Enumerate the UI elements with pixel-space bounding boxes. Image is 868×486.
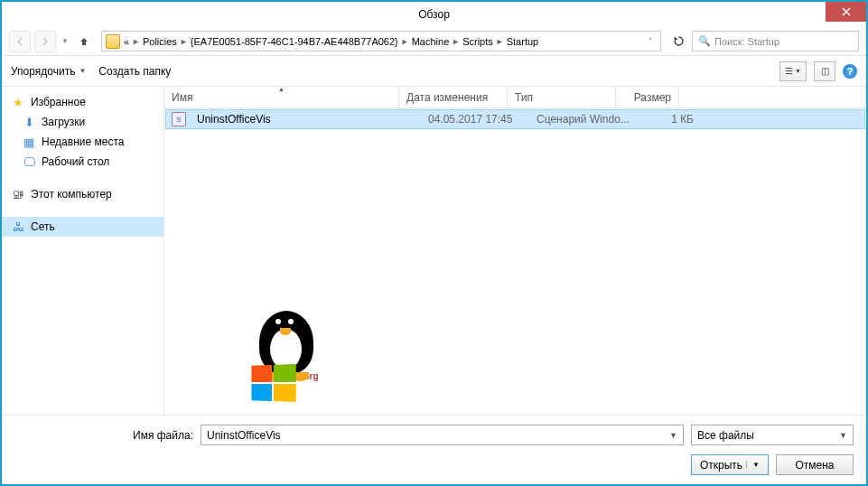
cancel-label: Отмена [795,459,834,472]
breadcrumb-prefix: « [124,36,129,47]
back-button[interactable] [9,31,31,52]
desktop-label: Рабочий стол [42,155,109,168]
arrow-right-icon [41,37,50,46]
penguin-icon [250,297,322,379]
file-date: 04.05.2017 17:45 [421,113,529,126]
up-button[interactable] [74,32,94,51]
refresh-icon [673,35,685,47]
computer-group: 🖳 Этот компьютер [2,184,163,204]
cancel-button[interactable]: Отмена [776,454,854,475]
col-name-label: Имя [172,91,192,104]
close-icon [842,7,851,16]
arrow-up-icon [79,36,89,47]
recent-dropdown[interactable]: ▼ [61,37,69,45]
breadcrumb-sep: ► [496,37,504,46]
organize-menu[interactable]: Упорядочить ▼ [11,65,86,78]
file-type-filter[interactable]: Все файлы ▼ [691,425,854,445]
watermark-text: pyatilistnik.org [219,371,354,381]
file-type: Сценарий Windo... [529,113,638,126]
filename-value: UninstOfficeVis [207,429,281,442]
breadcrumb-sep: ► [132,37,140,46]
refresh-button[interactable] [668,32,688,51]
network-icon: 🖧 [11,220,25,234]
star-icon: ★ [11,95,25,109]
sidebar-favorites[interactable]: ★ Избранное [2,92,163,112]
recent-icon: ▦ [22,135,36,149]
col-type-label: Тип [515,91,533,104]
search-input[interactable]: 🔍 Поиск: Startup [692,31,859,51]
breadcrumb-item[interactable]: {EA7E0051-85F7-46C1-94B7-AE448B77A062} [191,36,398,47]
breadcrumb-dropdown[interactable]: ˅ [644,32,657,51]
organize-label: Упорядочить [11,65,75,78]
new-folder-button[interactable]: Создать папку [98,65,171,78]
sidebar-computer[interactable]: 🖳 Этот компьютер [2,184,163,204]
breadcrumb-sep: ► [401,37,409,46]
filename-input[interactable]: UninstOfficeVis ▼ [201,425,684,445]
breadcrumb-item[interactable]: Startup [507,36,538,47]
column-date[interactable]: Дата изменения [399,87,508,107]
file-name: UninstOfficeVis [190,113,421,126]
desktop-icon: 🖵 [22,154,36,169]
script-file-icon: S [172,112,186,126]
breadcrumb-sep: ► [180,37,188,46]
breadcrumb-sep: ► [452,37,460,46]
folder-icon [106,34,120,49]
column-name[interactable]: ▲ Имя [164,87,399,107]
titlebar: Обзор [2,2,866,27]
list-icon: ☰ [785,66,793,76]
sidebar-desktop[interactable]: 🖵 Рабочий стол [2,152,163,172]
column-type[interactable]: Тип [508,87,616,107]
toolbar: Упорядочить ▼ Создать папку ☰▼ ◫ ? [2,56,866,87]
newfolder-label: Создать папку [98,65,171,78]
main-area: ★ Избранное ⬇ Загрузки ▦ Недавние места … [2,87,866,415]
sidebar-recent[interactable]: ▦ Недавние места [2,132,163,152]
chevron-down-icon: ▼ [839,431,847,440]
column-size[interactable]: Размер [616,87,679,107]
breadcrumb-item[interactable]: Policies [143,36,177,47]
breadcrumb-item[interactable]: Machine [412,36,450,47]
search-placeholder: Поиск: Startup [714,36,779,47]
breadcrumb[interactable]: « ► Policies ► {EA7E0051-85F7-46C1-94B7-… [101,31,661,51]
help-button[interactable]: ? [843,64,857,79]
view-mode-button[interactable]: ☰▼ [779,61,807,81]
preview-icon: ◫ [821,66,829,76]
file-row[interactable]: S UninstOfficeVis 04.05.2017 17:45 Сцена… [165,109,865,129]
downloads-label: Загрузки [42,116,85,128]
network-label: Сеть [31,220,55,233]
windows-logo-icon [251,364,295,402]
forward-button[interactable] [34,31,56,52]
footer-buttons: Открыть ▼ Отмена [14,454,854,475]
dialog-footer: Имя файла: UninstOfficeVis ▼ Все файлы ▼… [2,415,866,484]
chevron-down-icon: ▼ [795,68,801,74]
sort-asc-icon: ▲ [278,86,285,92]
favorites-group: ★ Избранное ⬇ Загрузки ▦ Недавние места … [2,92,163,172]
file-dialog-window: Обзор ▼ « ► Policies ► {EA7E0051-85F7-46… [0,0,868,486]
computer-label: Этот компьютер [31,188,112,201]
toolbar-right: ☰▼ ◫ ? [779,61,857,81]
chevron-down-icon: ▼ [79,67,86,75]
sidebar-downloads[interactable]: ⬇ Загрузки [2,112,163,132]
preview-pane-button[interactable]: ◫ [814,61,835,81]
network-group: 🖧 Сеть [2,217,163,237]
file-list-area: ▲ Имя Дата изменения Тип Размер S Uninst… [164,87,866,415]
filename-label: Имя файла: [133,429,193,442]
open-button[interactable]: Открыть ▼ [691,454,769,475]
download-icon: ⬇ [22,115,36,129]
open-label: Открыть [700,459,742,472]
window-title: Обзор [418,8,450,21]
close-button[interactable] [826,2,866,22]
nav-bar: ▼ « ► Policies ► {EA7E0051-85F7-46C1-94B… [2,27,866,56]
column-headers: ▲ Имя Дата изменения Тип Размер [164,87,866,108]
sidebar-network[interactable]: 🖧 Сеть [2,217,163,237]
filter-value: Все файлы [697,429,754,442]
chevron-down-icon: ▼ [669,431,677,440]
search-icon: 🔍 [698,35,711,47]
chevron-down-icon: ▼ [746,461,760,469]
sidebar: ★ Избранное ⬇ Загрузки ▦ Недавние места … [2,87,164,415]
breadcrumb-item[interactable]: Scripts [462,36,493,47]
col-date-label: Дата изменения [406,91,488,104]
watermark: pyatilistnik.org [219,297,354,406]
arrow-left-icon [15,37,24,46]
file-size: 1 КБ [638,113,701,126]
computer-icon: 🖳 [11,187,25,201]
